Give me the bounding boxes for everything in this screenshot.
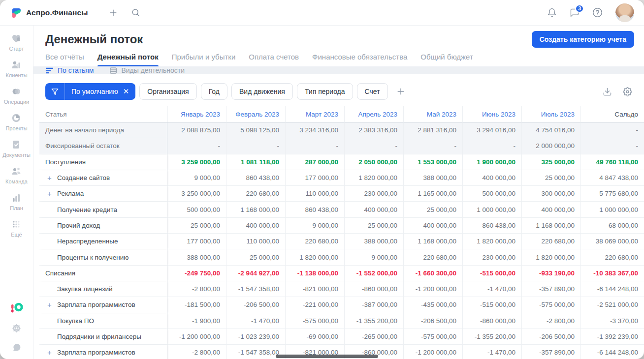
row-label-cell[interactable]: Подрядчики и фрилансеры <box>39 329 167 345</box>
column-header-1[interactable]: Январь 2023 <box>167 106 226 122</box>
expand-plus-icon[interactable]: + <box>47 300 57 309</box>
cell-value: -1 552 000,00 <box>345 266 404 281</box>
sidebar-item-label: Операции <box>4 99 29 105</box>
cell-value: 5 098 125,00 <box>226 122 286 138</box>
cell-value: - <box>404 138 463 154</box>
filter-chip-3[interactable]: Вид движения <box>231 83 293 100</box>
filter-chip-4[interactable]: Тип периода <box>297 83 353 100</box>
row-label: Подрядчики и фрилансеры <box>57 333 141 340</box>
cell-value: -2 944 927,00 <box>226 266 286 281</box>
sidebar-item-6[interactable]: Команда <box>2 165 31 184</box>
cell-value: 3 250 000,00 <box>167 186 226 202</box>
row-label-cell[interactable]: Фиксированный остаток <box>39 138 167 154</box>
cell-value: 9 000,00 <box>345 249 404 265</box>
column-header-6[interactable]: Июнь 2023 <box>463 106 522 122</box>
cell-value: 325 000,00 <box>522 154 581 170</box>
filter-chip-2[interactable]: Год <box>201 83 227 100</box>
horizontal-scrollbar[interactable] <box>276 355 378 358</box>
table-row: Получение кредита500 000,001 168 000,008… <box>39 202 644 217</box>
filter-preset-button[interactable]: По умолчанию ✕ <box>45 83 135 100</box>
sidebar-item-7[interactable]: План <box>2 192 31 211</box>
help-icon[interactable] <box>592 7 603 18</box>
cell-value: 9 000,00 <box>167 170 226 186</box>
cell-value: 2 088 875,00 <box>167 122 226 138</box>
cell-value: -1 660 300,00 <box>404 266 463 281</box>
funnel-icon <box>45 83 65 100</box>
column-header-7[interactable]: Июль 2023 <box>522 106 581 122</box>
filter-chip-1[interactable]: Организация <box>139 83 196 100</box>
sidebar-item-3[interactable]: Операции <box>2 86 31 105</box>
cell-value: -265 000,00 <box>345 329 404 345</box>
row-label-cell[interactable]: Покупка ПО <box>39 313 167 329</box>
row-label-cell[interactable]: Закупка лицензий <box>39 281 167 297</box>
settings-icon[interactable] <box>11 323 22 333</box>
expand-plus-icon[interactable]: + <box>47 189 57 198</box>
sidebar-item-8[interactable]: Ещё <box>2 218 31 238</box>
cell-value: 500 000,00 <box>463 186 522 202</box>
row-label-cell[interactable]: Проценты к получению <box>39 249 167 265</box>
row-label-cell[interactable]: Нераспределенные <box>39 234 167 249</box>
row-label: Зарплата программистов <box>57 349 135 356</box>
table-settings-gear-icon[interactable] <box>623 87 632 96</box>
cell-value: 220 680,00 <box>286 234 345 249</box>
filter-row: По умолчанию ✕ ОрганизацияГодВид движени… <box>33 74 644 106</box>
tab-3[interactable]: Прибыли и убытки <box>172 51 236 66</box>
export-download-icon[interactable] <box>603 87 612 96</box>
view-switch-1[interactable]: По статьям <box>45 66 94 74</box>
sidebar-item-2[interactable]: Клиенты <box>2 59 31 78</box>
cell-value: 3 234 316,00 <box>286 122 345 138</box>
row-label: Поступления <box>45 158 86 166</box>
column-header-4[interactable]: Апрель 2023 <box>345 106 404 122</box>
cell-value: - <box>345 138 404 154</box>
sidebar-item-1[interactable]: Старт <box>2 32 31 52</box>
tab-5[interactable]: Финансовые обязательства <box>312 51 407 66</box>
row-label-cell[interactable]: +Зарплата программистов <box>39 345 167 359</box>
add-icon[interactable] <box>108 8 118 18</box>
row-label-cell[interactable]: +Создание сайтов <box>39 170 167 186</box>
table-row: Проценты к получению388 000,0025 000,001… <box>39 249 644 265</box>
expand-plus-icon[interactable]: + <box>47 348 57 357</box>
row-label-cell[interactable]: Получение кредита <box>39 202 167 217</box>
cell-value: -387 000,00 <box>345 297 404 313</box>
sidebar-item-4[interactable]: Проекты <box>2 112 31 131</box>
sidebar-item-5[interactable]: Документы <box>2 139 31 158</box>
cell-value: -1 200 000,00 <box>404 281 463 297</box>
row-label-cell[interactable]: Денег на начало периода <box>39 122 167 138</box>
cell-value: -1 200 000,00 <box>404 345 463 359</box>
row-label-cell[interactable]: Прочий доход <box>39 218 167 234</box>
column-header-5[interactable]: Май 2023 <box>404 106 463 122</box>
row-label-cell[interactable]: Списания <box>39 266 167 281</box>
row-label-cell[interactable]: +Реклама <box>39 186 167 202</box>
column-header-2[interactable]: Февраль 2023 <box>226 106 286 122</box>
add-filter-icon[interactable] <box>396 87 406 96</box>
cell-value: -515 000,00 <box>463 266 522 281</box>
tab-4[interactable]: Оплата счетов <box>249 51 299 66</box>
bell-icon[interactable] <box>547 8 557 18</box>
cell-value: 5 775 680,00 <box>581 186 644 202</box>
user-avatar[interactable] <box>615 3 634 22</box>
create-category-button[interactable]: Создать категорию учета <box>532 31 634 48</box>
report-tabs: Все отчётыДенежный потокПрибыли и убытки… <box>33 51 644 66</box>
list-lines-icon <box>45 67 54 74</box>
tab-1[interactable]: Все отчёты <box>45 51 84 66</box>
cell-value: -515 000,00 <box>463 297 522 313</box>
filter-chip-5[interactable]: Счет <box>357 83 388 100</box>
column-header-3[interactable]: Март 2023 <box>286 106 345 122</box>
cell-value: 230 000,00 <box>345 186 404 202</box>
row-label-cell[interactable]: Поступления <box>39 154 167 170</box>
expand-plus-icon[interactable]: + <box>47 174 57 182</box>
filter-close-icon[interactable]: ✕ <box>122 83 136 100</box>
cell-value: -933 190,00 <box>522 266 581 281</box>
cell-value: 9 000,00 <box>286 218 345 234</box>
tab-6[interactable]: Общий бюджет <box>420 51 473 66</box>
cell-value: 3 259 000,00 <box>167 154 226 170</box>
messages-icon[interactable]: 3 <box>570 8 580 18</box>
cell-value: 2 881 316,00 <box>404 122 463 138</box>
row-label-cell[interactable]: +Зарплата программистов <box>39 297 167 313</box>
cell-value: 4 754 016,00 <box>522 122 581 138</box>
tab-2[interactable]: Денежный поток <box>97 51 159 66</box>
view-switch-2[interactable]: Виды деятельности <box>109 66 185 74</box>
cell-value: 220 680,00 <box>581 249 644 265</box>
search-icon[interactable] <box>131 8 140 17</box>
support-chat-icon[interactable] <box>11 342 22 352</box>
